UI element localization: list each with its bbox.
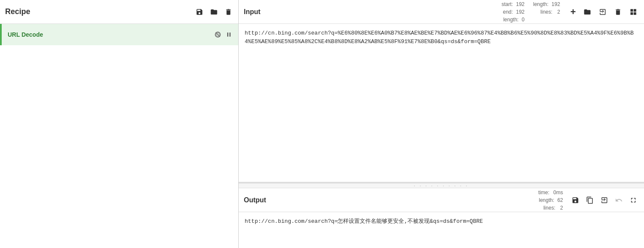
- output-content-area: http://cn.bing.com/search?q=怎样设置文件名能够更安全…: [239, 212, 644, 248]
- output-stats: time: 0ms length: 62 lines: 2: [538, 189, 563, 212]
- undo-icon: [615, 196, 623, 204]
- layout-icon: [630, 8, 637, 16]
- recipe-item-label: URL Decode: [8, 31, 43, 38]
- save-output-button[interactable]: [570, 195, 581, 205]
- end-stat: end: 192: [503, 8, 525, 16]
- output-section: Output time: 0ms length: 62: [239, 188, 644, 248]
- recipe-body: [0, 45, 238, 248]
- right-panel: Input start: 192 end: 192 le: [239, 0, 644, 248]
- save-output-icon: [572, 196, 579, 204]
- delete-recipe-button[interactable]: [224, 7, 233, 17]
- output-title: Output: [244, 196, 266, 204]
- input-title: Input: [244, 8, 260, 16]
- import-icon: [599, 8, 606, 16]
- output-toolbar: [570, 195, 639, 205]
- fullscreen-icon: [630, 196, 637, 204]
- recipe-icons: [195, 7, 233, 17]
- layout-button[interactable]: [628, 7, 639, 17]
- pause-icon: [225, 31, 232, 38]
- open-folder-icon: [583, 8, 591, 16]
- output-lines-stat: lines: 2: [543, 204, 563, 212]
- input-stats: start: 192 end: 192 length: 0: [502, 0, 560, 23]
- start-stat: start: 192: [502, 0, 525, 8]
- plus-icon: +: [570, 6, 576, 18]
- recipe-header: Recipe: [0, 0, 238, 24]
- delete-input-button[interactable]: [612, 7, 624, 17]
- copy-icon: [586, 196, 594, 204]
- pause-button[interactable]: [225, 31, 232, 38]
- open-button[interactable]: [209, 7, 219, 17]
- recipe-item-url-decode[interactable]: URL Decode: [0, 24, 238, 45]
- disable-icon: [214, 31, 221, 38]
- output-time-stat: time: 0ms: [538, 189, 563, 196]
- open-input-button[interactable]: [582, 7, 593, 17]
- input-toolbar: +: [569, 6, 639, 18]
- input-content-area[interactable]: http://cn.bing.com/search?q=%E6%80%8E%E6…: [239, 24, 644, 182]
- output-header: Output time: 0ms length: 62: [239, 188, 644, 212]
- output-length-stat: length: 62: [539, 196, 563, 204]
- clear-icon: [614, 8, 622, 16]
- input-section: Input start: 192 end: 192 le: [239, 0, 644, 183]
- input-text: http://cn.bing.com/search?q=%E6%80%8E%E6…: [245, 30, 634, 45]
- disable-button[interactable]: [214, 31, 221, 38]
- import-input-button[interactable]: [597, 7, 608, 17]
- export-icon: [601, 196, 608, 204]
- left-panel: Recipe URL Decode: [0, 0, 239, 248]
- stat-group-left: start: 192 end: 192 length: 0: [502, 0, 525, 23]
- stat-group-right: length: 192 lines: 2: [533, 0, 560, 23]
- output-stat-group: time: 0ms length: 62 lines: 2: [538, 189, 563, 212]
- length-stat: length: 0: [503, 16, 525, 23]
- new-input-button[interactable]: +: [569, 6, 578, 18]
- resize-divider[interactable]: · · · · · · · · · ·: [239, 183, 644, 188]
- copy-output-button[interactable]: [584, 195, 595, 205]
- recipe-title: Recipe: [5, 7, 30, 16]
- input-header: Input start: 192 end: 192 le: [239, 0, 644, 24]
- lines-stat: lines: 2: [540, 8, 560, 16]
- length2-stat: length: 192: [533, 0, 560, 8]
- output-text: http://cn.bing.com/search?q=怎样设置文件名能够更安全…: [245, 218, 483, 225]
- folder-icon: [210, 8, 218, 16]
- undo-button[interactable]: [613, 195, 624, 205]
- fullscreen-button[interactable]: [628, 195, 639, 205]
- export-output-button[interactable]: [599, 195, 610, 205]
- save-button[interactable]: [195, 7, 204, 17]
- save-icon: [196, 8, 203, 16]
- trash-icon: [225, 8, 232, 16]
- divider-dots-indicator: · · · · · · · · · ·: [414, 184, 469, 188]
- recipe-item-actions: [214, 31, 232, 38]
